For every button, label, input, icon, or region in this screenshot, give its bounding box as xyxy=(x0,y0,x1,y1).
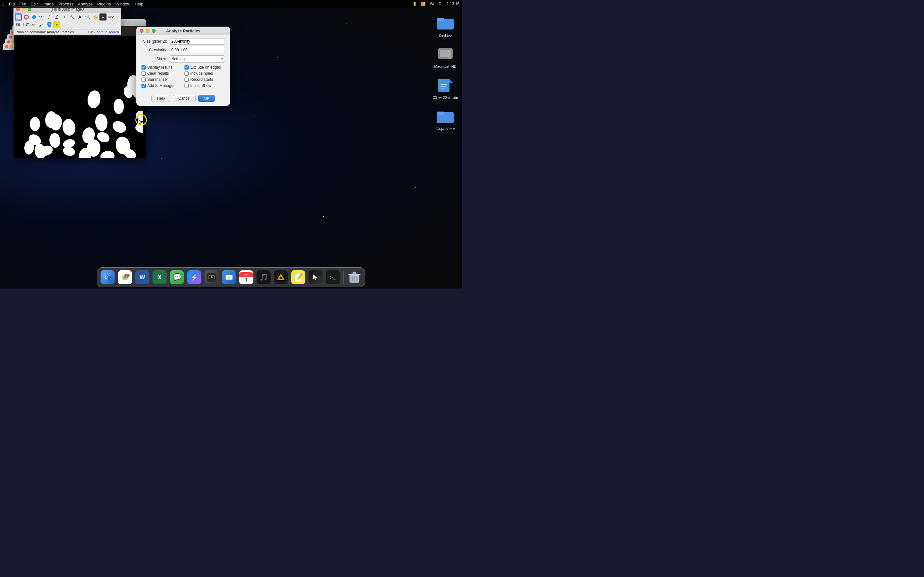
circularity-input[interactable] xyxy=(170,47,225,53)
checkbox-display-results[interactable]: Display results xyxy=(142,65,182,69)
include-holes-checkbox[interactable] xyxy=(184,71,189,76)
dock-spotify[interactable]: 🎵 xyxy=(256,269,272,285)
mail-icon: ✉️ xyxy=(222,270,236,284)
dock-messenger[interactable]: ⚡ xyxy=(186,269,202,285)
menubar-wifi: 📶 xyxy=(421,2,426,6)
tool-text[interactable]: A xyxy=(76,13,83,21)
menubar-plugins[interactable]: Plugins xyxy=(97,2,111,6)
pyramid-icon xyxy=(274,270,288,284)
menubar-app-name[interactable]: Fiji xyxy=(9,2,15,6)
tool-wand[interactable]: 🔧 xyxy=(69,13,76,21)
dock-word[interactable]: W xyxy=(134,269,150,285)
dock-mail[interactable]: ✉️ xyxy=(221,269,237,285)
imagej-close-button[interactable] xyxy=(16,7,20,11)
menubar-analyze[interactable]: Analyze xyxy=(78,2,93,6)
menubar:  Fiji File Edit Image Process Analyze P… xyxy=(0,0,462,8)
tool-angle[interactable]: ∠ xyxy=(53,13,60,21)
checkbox-clear-results[interactable]: Clear results xyxy=(142,71,182,76)
display-results-checkbox[interactable] xyxy=(142,65,145,69)
help-button[interactable]: Help xyxy=(152,95,170,102)
desktop-icons-container: Desktop Macintosh HD C3-jw-30min.zip xyxy=(433,13,458,131)
checkbox-exclude-edges[interactable]: Exclude on edges xyxy=(184,65,225,69)
bg-w5-min[interactable] xyxy=(10,45,13,48)
menubar-image[interactable]: Image xyxy=(42,2,54,6)
imagej-maximize-button[interactable] xyxy=(27,7,31,11)
dock-pyramid[interactable] xyxy=(273,269,289,285)
checkbox-summarize[interactable]: Summarize xyxy=(142,77,182,82)
tool-arrow[interactable]: » xyxy=(53,21,60,28)
trash-icon xyxy=(347,270,362,284)
tool-line[interactable]: / xyxy=(45,13,53,21)
cancel-button[interactable]: Cancel xyxy=(173,95,196,102)
dock-finder[interactable] xyxy=(100,269,116,285)
tool-dev[interactable]: Dev xyxy=(107,13,114,21)
terminal-icon: >_ xyxy=(326,270,340,284)
checkbox-in-situ[interactable]: In situ Show xyxy=(184,83,225,88)
tool-brush[interactable]: 🖌 xyxy=(38,21,45,28)
image-canvas-container[interactable] xyxy=(15,36,146,158)
bg-w5-close[interactable] xyxy=(5,45,8,48)
tool-lut[interactable]: LUT xyxy=(23,21,29,28)
menubar-file[interactable]: File xyxy=(19,2,26,6)
tool-hand[interactable]: ✋ xyxy=(92,13,99,21)
status-right[interactable]: Click here to search xyxy=(88,30,119,34)
dock-excel[interactable]: X xyxy=(152,269,168,285)
in-situ-checkbox[interactable] xyxy=(184,84,189,88)
exclude-edges-label: Exclude on edges xyxy=(190,65,221,69)
particles-canvas[interactable] xyxy=(15,36,143,158)
menubar-help[interactable]: Help xyxy=(135,2,144,6)
hd-icon xyxy=(436,44,455,63)
menubar-process[interactable]: Process xyxy=(58,2,73,6)
checkbox-record-starts[interactable]: Record starts xyxy=(184,77,225,82)
summarize-checkbox[interactable] xyxy=(142,77,145,82)
size-label: Size (pixel^2): xyxy=(142,39,167,44)
dock-terminal[interactable]: >_ xyxy=(325,269,341,285)
desktop-icon-c3-folder[interactable]: C3-jw-30min xyxy=(433,106,458,131)
apple-menu[interactable]:  xyxy=(3,1,4,7)
dock-notes[interactable]: 📝 xyxy=(290,269,306,285)
size-input[interactable] xyxy=(170,38,225,45)
record-starts-label: Record starts xyxy=(190,77,213,82)
desktop-icon-desktop[interactable]: Desktop xyxy=(433,13,458,37)
add-manager-checkbox[interactable] xyxy=(142,84,145,88)
dock-imagej-fiji[interactable] xyxy=(204,269,220,285)
show-select-wrapper: Nothing Outlines Bare Outlines Ellipses … xyxy=(170,55,225,63)
dock-chrome[interactable] xyxy=(117,269,133,285)
include-holes-label: Include holes xyxy=(190,71,213,76)
dock-cursor-app[interactable] xyxy=(308,269,324,285)
dialog-close-button[interactable] xyxy=(140,29,144,33)
dock-messages[interactable]: 💬 xyxy=(169,269,185,285)
tool-freehand[interactable]: 〰 xyxy=(38,13,45,21)
checkbox-include-holes[interactable]: Include holes xyxy=(184,71,225,76)
desktop-icon-macintosh-hd[interactable]: Macintosh HD xyxy=(433,44,458,69)
desktop-icon-c3-zip[interactable]: C3-jw-30min.zip xyxy=(433,75,458,100)
tool-pencil[interactable]: ✏ xyxy=(30,21,37,28)
dock-trash[interactable] xyxy=(347,269,363,285)
tool-oval[interactable]: ⭕ xyxy=(23,13,29,21)
tool-polygon[interactable]: 🔷 xyxy=(30,13,37,21)
checkbox-add-manager[interactable]: Add to Manager xyxy=(142,83,182,88)
clear-results-checkbox[interactable] xyxy=(142,71,145,76)
imagej-toolbar: ⬜ ⭕ 🔷 〰 / ∠ + 🔧 A 🔍 ✋ ▪ Dev Stk LUT ✏ 🖌 … xyxy=(13,13,121,29)
tool-paint[interactable]: ▪ xyxy=(99,13,107,21)
tool-rectangle[interactable]: ⬜ xyxy=(15,13,22,21)
exclude-edges-checkbox[interactable] xyxy=(184,65,189,69)
svg-rect-31 xyxy=(349,274,360,275)
tool-fill[interactable]: 🪣 xyxy=(45,21,53,28)
excel-icon: X xyxy=(153,270,167,284)
dock-calendar[interactable]: DEC 1 xyxy=(238,269,254,285)
show-select[interactable]: Nothing Outlines Bare Outlines Ellipses … xyxy=(170,55,225,63)
dialog-buttons: Help Cancel OK xyxy=(136,92,230,102)
tool-stk[interactable]: Stk xyxy=(15,21,22,28)
record-starts-checkbox[interactable] xyxy=(184,77,189,82)
ok-button[interactable]: OK xyxy=(198,95,215,102)
menubar-edit[interactable]: Edit xyxy=(31,2,37,6)
svg-point-4 xyxy=(448,56,451,59)
dialog-minimize-button[interactable] xyxy=(145,29,150,33)
imagej-minimize-button[interactable] xyxy=(22,7,26,11)
menubar-window[interactable]: Window xyxy=(115,2,130,6)
tool-zoom[interactable]: 🔍 xyxy=(84,13,91,21)
dialog-maximize-button[interactable] xyxy=(152,29,156,33)
tool-point[interactable]: + xyxy=(61,13,68,21)
menubar-left:  Fiji File Edit Image Process Analyze P… xyxy=(3,1,144,7)
